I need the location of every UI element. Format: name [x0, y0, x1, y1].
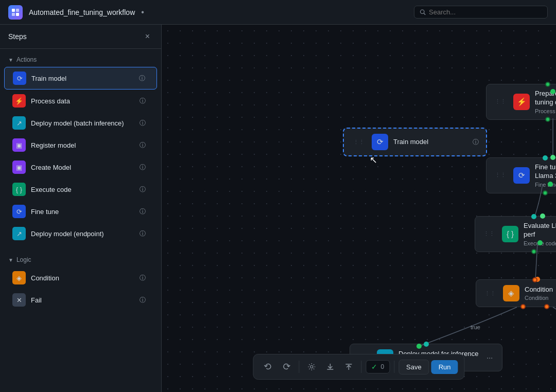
condition-node-subtitle: Condition — [525, 295, 556, 301]
deploy-batch-label: Deploy model (batch inference) — [31, 119, 124, 127]
create-model-label: Create Model — [31, 164, 71, 171]
train-model-info-icon[interactable]: ⓘ — [136, 73, 148, 84]
app-title: Automated_fine_tuning_workflow — [29, 8, 135, 16]
evaluate-llm-subtitle: Execute code — [524, 240, 556, 246]
true-label: true — [471, 324, 480, 330]
save-button[interactable]: Save — [398, 360, 429, 375]
workflow-canvas[interactable]: ⋮⋮ ⟳ Train model ⓘ ↖ ⋮⋮ ⚡ Prepare fine t… — [162, 25, 556, 392]
condition-node-title: Condition — [525, 286, 556, 294]
sidebar-item-fine-tune[interactable]: ⟳ Fine tune ⓘ — [4, 201, 157, 222]
deploy-batch-info-icon[interactable]: ⓘ — [136, 118, 149, 129]
dragging-node[interactable]: ⋮⋮ ⟳ Train model ⓘ ↖ — [343, 128, 487, 156]
evaluate-llm-bottom-port[interactable] — [531, 249, 536, 254]
create-model-info-icon[interactable]: ⓘ — [136, 162, 149, 173]
logic-chevron-icon: ▼ — [8, 257, 13, 263]
sidebar-item-deploy-endpoint[interactable]: ↗ Deploy model (endpoint) ⓘ — [4, 223, 157, 244]
execute-code-info-icon[interactable]: ⓘ — [136, 184, 149, 195]
logic-section-header[interactable]: ▼ Logic — [0, 253, 161, 266]
prepare-dataset-bottom-port[interactable] — [545, 117, 550, 122]
node-condition[interactable]: ⋮⋮ ◈ Condition Condition ··· — [476, 279, 556, 307]
register-model-label: Register model — [31, 141, 76, 149]
actions-section-label: Actions — [16, 56, 37, 63]
chevron-down-icon: ▼ — [8, 57, 13, 63]
sidebar-section-logic: ▼ Logic ◈ Condition ⓘ ✕ Fail ⓘ — [0, 249, 161, 315]
sidebar-item-deploy-batch[interactable]: ↗ Deploy model (batch inference) ⓘ — [4, 112, 157, 134]
prepare-dataset-top-port[interactable] — [545, 82, 550, 87]
sidebar-section-actions: ▼ Actions ⟳ Train model ⓘ ⚡ Process data… — [0, 49, 161, 249]
node-evaluate-llm[interactable]: ⋮⋮ { } Evaluate LLM perf Execute code ··… — [475, 216, 556, 252]
deploy-endpoint-label: Deploy model (endpoint) — [31, 230, 104, 238]
process-data-label: Process data — [31, 97, 70, 105]
logic-section-label: Logic — [16, 256, 31, 263]
sidebar-item-execute-code[interactable]: { } Execute code ⓘ — [4, 179, 157, 200]
deploy-inference-menu-button[interactable]: ··· — [483, 352, 496, 363]
share-button[interactable] — [340, 359, 357, 375]
fine-tune-info-icon[interactable]: ⓘ — [136, 206, 149, 217]
fail-label: Fail — [31, 296, 42, 304]
svg-rect-1 — [16, 9, 19, 12]
connections-layer — [162, 25, 556, 392]
deploy-batch-icon: ↗ — [12, 116, 26, 130]
ghost-node-title: Train model — [393, 138, 428, 147]
svg-rect-3 — [16, 13, 19, 16]
fine-tune-llama-icon: ⟳ — [513, 167, 530, 184]
toolbar-separator-3 — [394, 361, 394, 373]
evaluate-llm-title: Evaluate LLM perf — [524, 222, 556, 239]
node-fine-tune-llama[interactable]: ⋮⋮ ⟳ Fine tune Llama 3.1 Fine tune ··· — [486, 157, 556, 193]
fail-info-icon[interactable]: ⓘ — [136, 295, 149, 306]
status-count: 0 — [380, 363, 384, 370]
sidebar-item-process-data[interactable]: ⚡ Process data ⓘ — [4, 90, 157, 112]
register-model-info-icon[interactable]: ⓘ — [136, 140, 149, 151]
sidebar: Steps × ▼ Actions ⟳ Train model ⓘ ⚡ Proc… — [0, 25, 162, 392]
search-bar[interactable] — [414, 6, 548, 19]
fine-tune-llama-top-port[interactable] — [543, 155, 548, 161]
sidebar-item-register-model[interactable]: ▣ Register model ⓘ — [4, 134, 157, 156]
deploy-inference-top-port[interactable] — [424, 342, 429, 347]
app-logo — [8, 5, 23, 20]
node-prepare-dataset[interactable]: ⋮⋮ ⚡ Prepare fine tuning dataset Process… — [486, 84, 556, 120]
process-data-icon: ⚡ — [12, 94, 26, 108]
evaluate-llm-top-port[interactable] — [531, 214, 536, 219]
svg-line-5 — [424, 13, 425, 15]
condition-bottom-left-port[interactable] — [520, 304, 526, 309]
search-input[interactable] — [429, 8, 542, 16]
condition-node-icon: ◈ — [503, 285, 519, 301]
condition-bottom-right-port[interactable] — [544, 304, 549, 309]
prepare-dataset-subtitle: Process data — [535, 108, 556, 114]
main-layout: Steps × ▼ Actions ⟳ Train model ⓘ ⚡ Proc… — [0, 25, 556, 392]
node-drag-handle: ⋮⋮ — [481, 230, 497, 237]
sidebar-item-train-model[interactable]: ⟳ Train model ⓘ — [4, 67, 157, 90]
execute-code-icon: { } — [12, 183, 26, 196]
train-model-icon: ⟳ — [13, 72, 26, 85]
condition-info-icon[interactable]: ⓘ — [136, 273, 149, 283]
sidebar-item-condition[interactable]: ◈ Condition ⓘ — [4, 267, 157, 289]
cursor-indicator: ↖ — [370, 154, 377, 166]
sidebar-header: Steps × — [0, 25, 161, 49]
ghost-node-info-icon[interactable]: ⓘ — [473, 138, 479, 147]
settings-button[interactable] — [303, 359, 320, 375]
sidebar-item-create-model[interactable]: ▣ Create Model ⓘ — [4, 156, 157, 178]
condition-top-port[interactable] — [532, 277, 537, 282]
undo-button[interactable] — [259, 359, 276, 375]
prepare-dataset-icon: ⚡ — [513, 94, 530, 110]
actions-section-header[interactable]: ▼ Actions — [0, 53, 161, 66]
run-button[interactable]: Run — [431, 360, 458, 374]
fine-tune-llama-bottom-port[interactable] — [543, 190, 548, 195]
status-indicator: ✓ 0 — [366, 360, 390, 373]
fine-tune-icon: ⟳ — [12, 205, 26, 218]
process-data-info-icon[interactable]: ⓘ — [136, 96, 149, 106]
node-drag-handle: ⋮⋮ — [493, 172, 508, 179]
sidebar-close-button[interactable]: × — [142, 31, 153, 42]
create-model-icon: ▣ — [12, 161, 26, 174]
download-button[interactable] — [322, 359, 338, 375]
sidebar-item-fail[interactable]: ✕ Fail ⓘ — [4, 289, 157, 311]
register-model-icon: ▣ — [12, 138, 26, 152]
status-dot-icon: ✓ — [371, 363, 377, 371]
fine-tune-llama-title: Fine tune Llama 3.1 — [535, 163, 556, 181]
toolbar-separator — [299, 361, 299, 373]
redo-button[interactable] — [278, 359, 294, 375]
node-drag-handle: ⋮⋮ — [482, 290, 498, 297]
ghost-node-icon: ⟳ — [372, 134, 388, 150]
fail-icon: ✕ — [12, 293, 26, 307]
deploy-endpoint-info-icon[interactable]: ⓘ — [136, 228, 149, 239]
